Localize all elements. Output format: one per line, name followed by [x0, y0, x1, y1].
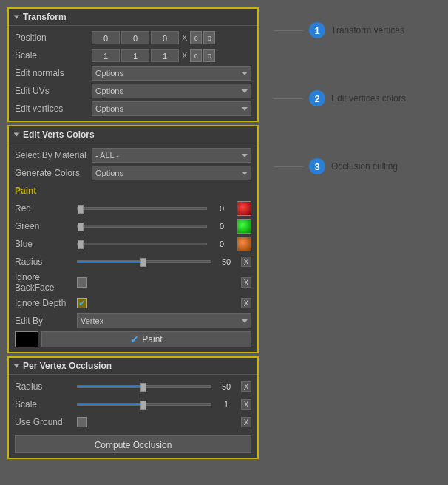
ignore-depth-checkbox[interactable]: ✔ — [77, 298, 87, 308]
edit-vertices-dropdown[interactable]: Options — [92, 101, 251, 116]
annotation-3-line — [274, 166, 303, 167]
occlusion-scale-slider[interactable] — [77, 403, 211, 406]
occlusion-radius-slider[interactable] — [77, 385, 211, 388]
position-c-button[interactable]: c — [190, 31, 202, 44]
red-value: 0 — [210, 204, 234, 213]
transform-header: Transform — [9, 9, 257, 26]
occlusion-radius-label: Radius — [15, 381, 74, 392]
edit-normals-arrow-icon — [242, 72, 248, 75]
transform-section: Transform Position 0 0 0 X c p — [7, 7, 259, 122]
ignore-backface-checkbox[interactable] — [77, 277, 87, 288]
occlusion-collapse-icon[interactable] — [14, 364, 20, 368]
use-ground-checkbox[interactable] — [77, 417, 87, 427]
edit-by-dropdown[interactable]: Vertex — [77, 313, 251, 328]
transform-title: Transform — [23, 12, 67, 22]
occlusion-radius-value: 50 — [214, 382, 238, 391]
red-row: Red 0 — [15, 201, 251, 216]
scale-c-button[interactable]: c — [190, 49, 202, 62]
scale-xyz: 1 1 1 X c p — [92, 49, 215, 62]
paint-color-swatch[interactable] — [15, 331, 38, 347]
edit-verts-collapse-icon[interactable] — [14, 133, 20, 137]
blue-value: 0 — [210, 240, 234, 248]
occlusion-scale-x-button[interactable]: X — [241, 399, 251, 410]
green-label: Green — [15, 221, 74, 231]
occlusion-radius-thumb[interactable] — [140, 383, 146, 392]
occlusion-scale-row: Scale 1 X — [15, 397, 251, 412]
ignore-depth-x-button[interactable]: X — [241, 298, 251, 308]
annotation-3-text: Occlusion culling — [331, 161, 398, 172]
occlusion-radius-x-button[interactable]: X — [241, 381, 251, 392]
annotation-3: 3 Occlusion culling — [274, 158, 406, 174]
annotation-1-line — [274, 30, 303, 31]
scale-x-input[interactable]: 1 — [92, 49, 120, 62]
radius-slider-track — [77, 260, 211, 263]
scale-row: Scale 1 1 1 X c p — [15, 48, 251, 63]
edit-vertices-label: Edit vertices — [15, 104, 89, 114]
use-ground-x-button[interactable]: X — [241, 417, 251, 427]
ignore-backface-label: Ignore BackFace — [15, 272, 74, 293]
transform-collapse-icon[interactable] — [14, 16, 20, 19]
transform-body: Position 0 0 0 X c p Scale 1 1 — [9, 26, 257, 121]
edit-by-arrow-icon — [242, 319, 248, 323]
red-slider-track — [77, 207, 207, 210]
edit-normals-row: Edit normals Options — [15, 66, 251, 81]
scale-p-button[interactable]: p — [203, 49, 215, 62]
occlusion-scale-thumb[interactable] — [140, 401, 146, 410]
green-slider[interactable] — [77, 225, 207, 228]
scale-z-input[interactable]: 1 — [151, 49, 179, 62]
position-xyz: 0 0 0 X c p — [92, 31, 215, 44]
blue-swatch[interactable] — [237, 237, 251, 251]
paint-action-row: ✔ Paint — [15, 331, 251, 347]
edit-vertices-row: Edit vertices Options — [15, 101, 251, 116]
red-label: Red — [15, 203, 74, 214]
ignore-backface-x-button[interactable]: X — [241, 277, 251, 288]
paint-button-label: Paint — [142, 331, 162, 347]
radius-x-button[interactable]: X — [241, 257, 251, 267]
paint-button[interactable]: ✔ Paint — [41, 331, 251, 347]
ignore-depth-label: Ignore Depth — [15, 298, 74, 308]
ignore-depth-row: Ignore Depth ✔ X — [15, 296, 251, 311]
per-vertex-occlusion-title: Per Vertex Occlusion — [23, 361, 112, 371]
occlusion-radius-track — [77, 385, 211, 388]
annotation-1: 1 Transform vertices — [274, 22, 406, 38]
generate-colors-dropdown[interactable]: Options — [92, 166, 251, 180]
red-swatch[interactable] — [237, 201, 251, 216]
scale-label: Scale — [15, 50, 89, 61]
blue-slider-thumb[interactable] — [78, 240, 84, 249]
green-value: 0 — [210, 222, 234, 231]
edit-normals-dropdown[interactable]: Options — [92, 66, 251, 81]
red-slider[interactable] — [77, 207, 207, 210]
radius-slider-fill — [78, 261, 144, 262]
occlusion-radius-fill — [78, 386, 144, 387]
edit-uvs-arrow-icon — [242, 89, 248, 93]
per-vertex-occlusion-header: Per Vertex Occlusion — [9, 358, 257, 375]
scale-y-input[interactable]: 1 — [121, 49, 149, 62]
ignore-depth-checkmark: ✔ — [78, 299, 86, 308]
blue-slider-track — [77, 243, 207, 245]
main-container: Transform Position 0 0 0 X c p — [7, 7, 441, 459]
blue-label: Blue — [15, 239, 74, 249]
edit-normals-label: Edit normals — [15, 68, 89, 78]
edit-verts-title: Edit Verts Colors — [23, 129, 95, 140]
position-x-input[interactable]: 0 — [92, 31, 120, 44]
position-y-input[interactable]: 0 — [121, 31, 149, 44]
select-by-material-dropdown[interactable]: - ALL - — [92, 148, 251, 163]
green-swatch[interactable] — [237, 219, 251, 234]
scale-x-label: X — [182, 51, 187, 60]
red-slider-thumb[interactable] — [78, 205, 84, 214]
select-by-material-row: Select By Material - ALL - — [15, 148, 251, 163]
annotation-1-circle: 1 — [309, 22, 325, 38]
blue-slider[interactable] — [77, 243, 207, 245]
green-slider-thumb[interactable] — [78, 223, 84, 231]
position-p-button[interactable]: p — [203, 31, 215, 44]
edit-by-label: Edit By — [15, 316, 74, 326]
radius-slider[interactable] — [77, 260, 211, 263]
occlusion-scale-track — [77, 403, 211, 406]
radius-slider-thumb[interactable] — [140, 258, 146, 267]
edit-uvs-dropdown[interactable]: Options — [92, 84, 251, 98]
edit-verts-body: Select By Material - ALL - Generate Colo… — [9, 143, 257, 352]
paint-check-icon: ✔ — [130, 331, 139, 347]
use-ground-row: Use Ground X — [15, 415, 251, 430]
compute-occlusion-button[interactable]: Compute Occlusion — [15, 435, 251, 453]
position-z-input[interactable]: 0 — [151, 31, 179, 44]
